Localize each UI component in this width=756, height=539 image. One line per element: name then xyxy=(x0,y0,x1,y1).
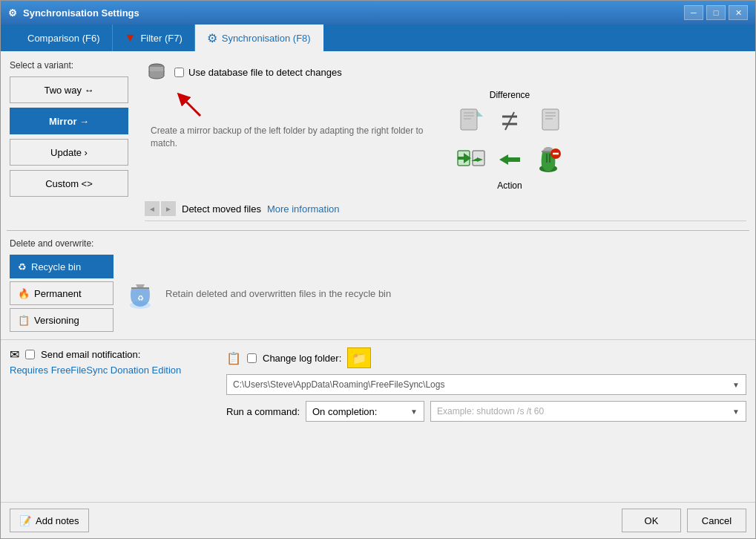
title-bar-controls: ─ □ ✕ xyxy=(684,5,748,20)
copy-right-icon xyxy=(492,142,527,177)
ok-label: OK xyxy=(645,515,659,526)
tab-bar: ⚙ Comparison (F6) ▼ Filter (F7) ⚙ Synchr… xyxy=(1,24,755,51)
maximize-button[interactable]: □ xyxy=(706,5,726,20)
footer-right: OK Cancel xyxy=(622,509,746,532)
tab-comparison-label: Comparison (F6) xyxy=(27,33,100,44)
chevron-down-icon: ▼ xyxy=(732,381,740,389)
command-chevron-icon: ▼ xyxy=(732,408,740,416)
svg-text:♻: ♻ xyxy=(137,294,144,302)
log-row: 📋 Change log folder: 📁 xyxy=(226,347,746,368)
detect-files-label: Detect moved files xyxy=(182,203,261,215)
icons-grid xyxy=(453,103,566,177)
recycle-bin-button[interactable]: ♻ Recycle bin xyxy=(10,255,114,278)
mirror-description: Create a mirror backup of the left folde… xyxy=(151,125,433,150)
log-path-input[interactable]: C:\Users\Steve\AppData\Roaming\FreeFileS… xyxy=(226,374,746,395)
command-placeholder: Example: shutdown /s /t 60 xyxy=(437,406,544,416)
log-checkbox-label: Change log folder: xyxy=(263,353,341,364)
versioning-icon: 📋 xyxy=(18,315,30,326)
red-arrow xyxy=(174,90,204,122)
email-envelope-icon: ✉ xyxy=(10,347,19,362)
recycle-bin-label: Recycle bin xyxy=(31,261,81,272)
permanent-button[interactable]: 🔥 Permanent xyxy=(10,281,114,305)
left-panel: Select a variant: Two way ↔ Mirror → Upd… xyxy=(10,60,136,221)
filter-icon: ▼ xyxy=(125,31,137,45)
svg-rect-4 xyxy=(464,115,474,117)
versioning-label: Versioning xyxy=(34,315,79,326)
select-variant-label: Select a variant: xyxy=(10,60,136,71)
donation-link[interactable]: Requires FreeFileSync Donation Edition xyxy=(10,365,217,376)
update-label: Update › xyxy=(50,147,88,158)
cancel-button[interactable]: Cancel xyxy=(687,509,746,532)
update-button[interactable]: Update › xyxy=(10,139,128,166)
log-panel: 📋 Change log folder: 📁 C:\Users\Steve\Ap… xyxy=(226,347,746,422)
add-notes-label: Add notes xyxy=(36,515,79,526)
title-bar: ⚙ Synchronisation Settings ─ □ ✕ xyxy=(1,1,755,24)
cancel-label: Cancel xyxy=(702,515,732,526)
delete-content: ♻ Recycle bin 🔥 Permanent 📋 Versioning xyxy=(10,255,746,332)
nav-arrow-left[interactable]: ◄ xyxy=(145,201,160,216)
database-checkbox[interactable] xyxy=(174,68,184,77)
tab-synchronisation-label: Synchronisation (F8) xyxy=(222,33,311,44)
permanent-label: Permanent xyxy=(34,288,82,299)
detect-files-row: ◄ ► Detect moved files More information xyxy=(145,197,746,221)
right-panel: Use database file to detect changes xyxy=(145,60,746,221)
main-section: Select a variant: Two way ↔ Mirror → Upd… xyxy=(1,51,755,230)
recycle-description: Retain deleted and overwritten files in … xyxy=(165,288,391,299)
copy-left-icon xyxy=(453,142,489,177)
custom-button[interactable]: Custom <> xyxy=(10,170,128,197)
not-equal-icon xyxy=(492,103,527,139)
database-row: Use database file to detect changes xyxy=(145,60,746,84)
log-checkbox[interactable] xyxy=(247,353,257,363)
difference-label: Difference xyxy=(453,90,566,100)
command-input[interactable]: Example: shutdown /s /t 60 ▼ xyxy=(430,401,746,422)
more-info-link[interactable]: More information xyxy=(267,203,340,215)
svg-marker-6 xyxy=(477,111,483,117)
log-path-text: C:\Users\Steve\AppData\Roaming\FreeFileS… xyxy=(233,379,444,390)
svg-rect-21 xyxy=(546,154,548,163)
delete-description: ♻ Retain deleted and overwritten files i… xyxy=(122,275,391,311)
svg-rect-11 xyxy=(545,112,556,114)
tab-comparison[interactable]: ⚙ Comparison (F6) xyxy=(1,24,113,51)
svg-line-9 xyxy=(505,112,514,130)
nav-arrow-right[interactable]: ► xyxy=(161,201,176,216)
svg-rect-13 xyxy=(545,118,553,120)
svg-rect-12 xyxy=(545,115,556,117)
nav-arrows: ◄ ► xyxy=(145,201,176,216)
two-way-label: Two way ↔ xyxy=(44,85,93,96)
delete-buttons: ♻ Recycle bin 🔥 Permanent 📋 Versioning xyxy=(10,255,114,332)
arrow-desc: Create a mirror backup of the left folde… xyxy=(145,90,433,150)
database-icon xyxy=(145,60,168,84)
ok-button[interactable]: OK xyxy=(622,509,681,532)
tab-synchronisation[interactable]: ⚙ Synchronisation (F8) xyxy=(195,24,323,51)
svg-rect-26 xyxy=(131,287,149,289)
mirror-button[interactable]: Mirror → xyxy=(10,108,128,134)
run-command-label: Run a command: xyxy=(226,406,300,417)
fire-icon: 🔥 xyxy=(18,288,30,299)
add-notes-button[interactable]: 📝 Add notes xyxy=(10,509,89,532)
folder-button[interactable]: 📁 xyxy=(347,347,371,368)
tab-filter-label: Filter (F7) xyxy=(140,33,182,44)
svg-rect-22 xyxy=(549,154,550,163)
diff-action-panel: Difference xyxy=(453,90,566,191)
completion-label: On completion: xyxy=(312,406,377,417)
window-title: Synchronisation Settings xyxy=(23,7,139,19)
recycle-large-icon: ♻ xyxy=(122,275,158,311)
cog-icon: ⚙ xyxy=(13,31,23,45)
completion-select[interactable]: On completion: ▼ xyxy=(306,401,424,422)
new-left-icon xyxy=(453,103,489,139)
two-way-button[interactable]: Two way ↔ xyxy=(10,76,128,103)
new-right-icon xyxy=(530,103,566,139)
delete-section: Delete and overwrite: ♻ Recycle bin 🔥 Pe… xyxy=(1,231,755,339)
sync-cog-icon: ⚙ xyxy=(207,31,217,45)
custom-label: Custom <> xyxy=(45,178,93,189)
versioning-button[interactable]: 📋 Versioning xyxy=(10,308,114,332)
tab-filter[interactable]: ▼ Filter (F7) xyxy=(113,24,195,51)
database-checkbox-label[interactable]: Use database file to detect changes xyxy=(174,67,342,78)
svg-marker-18 xyxy=(499,154,520,165)
folder-icon: 📁 xyxy=(352,351,367,365)
close-button[interactable]: ✕ xyxy=(729,5,748,20)
database-checkbox-text: Use database file to detect changes xyxy=(188,67,342,78)
content-area: Select a variant: Two way ↔ Mirror → Upd… xyxy=(1,51,755,502)
minimize-button[interactable]: ─ xyxy=(684,5,703,20)
email-checkbox[interactable] xyxy=(25,350,35,359)
